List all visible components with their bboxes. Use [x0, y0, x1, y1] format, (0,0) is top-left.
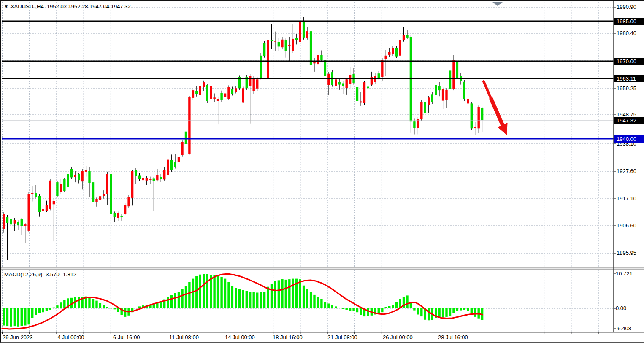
time-label: 26 Jul 00:00	[383, 334, 413, 340]
price-label: 1959.25	[617, 85, 644, 92]
time-label: 21 Jul 08:00	[327, 334, 357, 340]
price-label: 1990.90	[617, 4, 644, 11]
macd-axis-label: 10.721	[616, 270, 644, 277]
chart-window: ▼XAUUSD-,H4 1952.02 1952.28 1947.04 1947…	[0, 0, 644, 343]
symbol-dropdown-icon[interactable]: ▼	[4, 4, 8, 9]
price-badge: 1947.32	[614, 117, 644, 124]
chart-canvas[interactable]	[1, 1, 644, 343]
price-label: 1980.40	[617, 30, 644, 37]
price-badge: 1985.00	[614, 18, 644, 25]
time-label: 14 Jul 00:00	[225, 334, 255, 340]
macd-axis-label: 0.00	[616, 305, 644, 312]
price-label: 1927.60	[617, 168, 644, 175]
time-label: 29 Jun 2023	[3, 334, 33, 340]
time-label: 18 Jul 16:00	[273, 334, 303, 340]
price-badge: 1963.11	[614, 75, 644, 82]
macd-axis-label: -6.408	[616, 325, 644, 332]
time-label: 11 Jul 08:00	[169, 334, 199, 340]
chart-title: ▼XAUUSD-,H4 1952.02 1952.28 1947.04 1947…	[4, 3, 131, 10]
macd-indicator-label: MACD(12,26,9) -3.570 -1.812	[4, 271, 76, 278]
chart-title-text: XAUUSD-,H4 1952.02 1952.28 1947.04 1947.…	[11, 3, 131, 10]
price-label: 1895.95	[617, 250, 644, 257]
time-label: 4 Jul 00:00	[57, 334, 84, 340]
price-badge: 1970.00	[614, 58, 644, 65]
time-label: 6 Jul 16:00	[113, 334, 140, 340]
price-badge: 1940.00	[614, 135, 644, 143]
price-label: 1917.10	[617, 195, 644, 202]
price-label: 1906.60	[617, 222, 644, 229]
time-label: 28 Jul 16:00	[438, 334, 468, 340]
